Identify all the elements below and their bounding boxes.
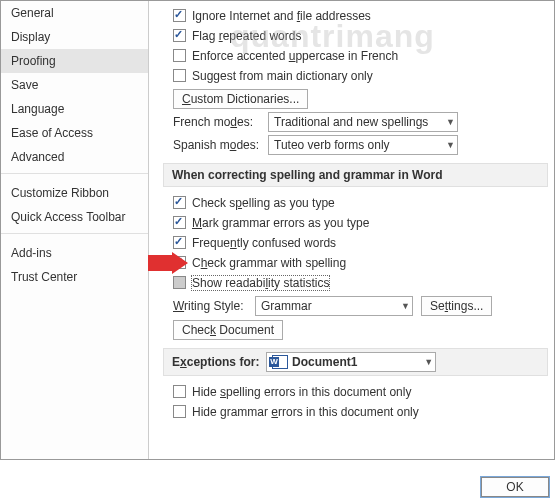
label-ignore-internet: Ignore Internet and file addresses (192, 9, 371, 23)
writing-style-label: Writing Style: (173, 299, 255, 313)
checkbox-readability[interactable] (173, 276, 186, 289)
label-readability: Show readability statistics (192, 276, 329, 290)
french-modes-dropdown[interactable]: Traditional and new spellings ▼ (268, 112, 458, 132)
label-mark-grammar: Mark grammar errors as you type (192, 216, 369, 230)
writing-style-dropdown[interactable]: Grammar ▼ (255, 296, 413, 316)
chevron-down-icon: ▼ (446, 140, 455, 150)
checkbox-mark-grammar[interactable] (173, 216, 186, 229)
sidebar-item-quick-access-toolbar[interactable]: Quick Access Toolbar (1, 205, 148, 229)
sidebar-item-advanced[interactable]: Advanced (1, 145, 148, 169)
checkbox-ignore-internet[interactable] (173, 9, 186, 22)
label-suggest-main: Suggest from main dictionary only (192, 69, 373, 83)
settings-button[interactable]: Settings... (421, 296, 492, 316)
label-check-spelling: Check spelling as you type (192, 196, 335, 210)
chevron-down-icon: ▼ (401, 301, 410, 311)
checkbox-hide-spelling-errors[interactable] (173, 385, 186, 398)
spanish-modes-value: Tuteo verb forms only (274, 138, 390, 152)
spanish-modes-dropdown[interactable]: Tuteo verb forms only ▼ (268, 135, 458, 155)
section-header-spelling-grammar: When correcting spelling and grammar in … (163, 163, 548, 187)
sidebar-item-language[interactable]: Language (1, 97, 148, 121)
chevron-down-icon: ▼ (424, 357, 433, 367)
french-modes-value: Traditional and new spellings (274, 115, 428, 129)
checkbox-grammar-spelling[interactable] (173, 256, 186, 269)
sidebar-item-general[interactable]: General (1, 1, 148, 25)
french-modes-label: French modes: (173, 115, 268, 129)
sidebar-item-ease-of-access[interactable]: Ease of Access (1, 121, 148, 145)
sidebar-item-trust-center[interactable]: Trust Center (1, 265, 148, 289)
exceptions-label: Exceptions for: (172, 355, 266, 369)
label-enforce-accented: Enforce accented uppercase in French (192, 49, 398, 63)
dialog-footer: OK (471, 477, 549, 497)
label-frequently-confused: Frequently confused words (192, 236, 336, 250)
checkbox-suggest-main[interactable] (173, 69, 186, 82)
label-flag-repeated: Flag repeated words (192, 29, 301, 43)
exceptions-document-value: Document1 (292, 355, 357, 369)
spanish-modes-label: Spanish modes: (173, 138, 268, 152)
writing-style-value: Grammar (261, 299, 312, 313)
proofing-panel: Ignore Internet and file addresses Flag … (149, 1, 554, 459)
check-document-button[interactable]: Check Document (173, 320, 283, 340)
checkbox-hide-grammar-errors[interactable] (173, 405, 186, 418)
sidebar-item-customize-ribbon[interactable]: Customize Ribbon (1, 181, 148, 205)
exceptions-document-dropdown[interactable]: Document1 ▼ (266, 352, 436, 372)
sidebar-item-add-ins[interactable]: Add-ins (1, 241, 148, 265)
chevron-down-icon: ▼ (446, 117, 455, 127)
checkbox-enforce-accented[interactable] (173, 49, 186, 62)
options-sidebar: General Display Proofing Save Language E… (1, 1, 149, 459)
word-document-icon (272, 355, 288, 369)
label-grammar-spelling: Check grammar with spelling (192, 256, 346, 270)
label-hide-grammar-errors: Hide grammar errors in this document onl… (192, 405, 419, 419)
sidebar-item-display[interactable]: Display (1, 25, 148, 49)
sidebar-item-proofing[interactable]: Proofing (1, 49, 148, 73)
custom-dictionaries-button[interactable]: Custom Dictionaries... (173, 89, 308, 109)
checkbox-frequently-confused[interactable] (173, 236, 186, 249)
ok-button[interactable]: OK (481, 477, 549, 497)
label-hide-spelling-errors: Hide spelling errors in this document on… (192, 385, 411, 399)
sidebar-item-save[interactable]: Save (1, 73, 148, 97)
checkbox-flag-repeated[interactable] (173, 29, 186, 42)
checkbox-check-spelling[interactable] (173, 196, 186, 209)
section-header-exceptions: Exceptions for: Document1 ▼ (163, 348, 548, 376)
